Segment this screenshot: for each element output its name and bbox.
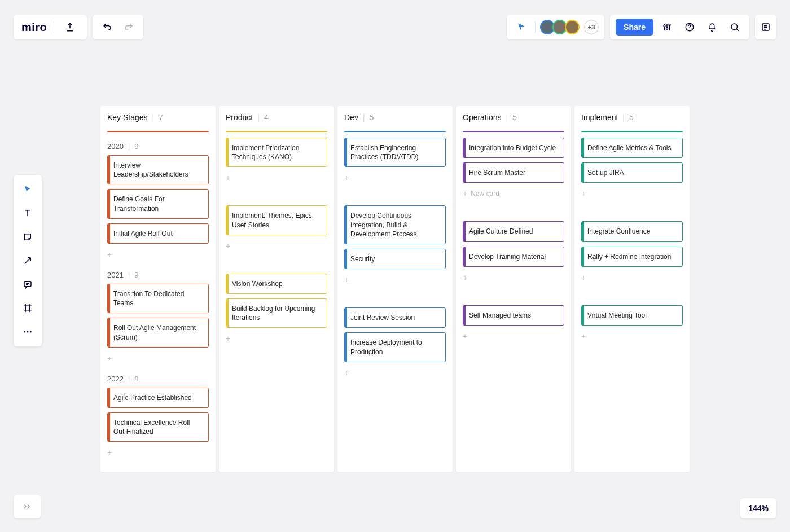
- row-count: 9: [134, 142, 138, 151]
- kanban-card[interactable]: Initial Agile Roll-Out: [107, 223, 209, 244]
- collapse-panel-icon[interactable]: [14, 495, 41, 518]
- kanban-card[interactable]: Develop Training Material: [463, 247, 564, 267]
- more-tools-icon[interactable]: [16, 322, 40, 342]
- kanban-card[interactable]: Develop Continuous Integration, Build & …: [344, 205, 446, 244]
- add-card-button[interactable]: +: [107, 352, 209, 364]
- kanban-card[interactable]: Define Agile Metrics & Tools: [581, 138, 683, 158]
- kanban-card[interactable]: Roll Out Agile Management (Scrum): [107, 318, 209, 347]
- notes-panel-toggle[interactable]: [755, 15, 776, 39]
- add-card-button[interactable]: +: [107, 248, 209, 261]
- kanban-card[interactable]: Set-up JIRA: [581, 162, 683, 183]
- column-header[interactable]: Key Stages|7: [107, 113, 209, 126]
- share-button[interactable]: Share: [616, 19, 653, 36]
- column-count: 5: [370, 113, 374, 122]
- add-card-button[interactable]: +: [581, 187, 683, 200]
- add-card-button[interactable]: +: [463, 271, 564, 284]
- plus-icon: +: [344, 369, 349, 377]
- svg-point-0: [664, 25, 665, 27]
- kanban-card[interactable]: Hire Scrum Master: [463, 162, 564, 183]
- bell-icon[interactable]: [703, 18, 721, 36]
- column-header[interactable]: Dev|5: [344, 113, 446, 126]
- add-card-button[interactable]: +: [107, 446, 209, 459]
- cursor-presence-icon[interactable]: [512, 18, 530, 36]
- more-users-badge[interactable]: +3: [584, 20, 599, 34]
- kanban-column: Key Stages|72020|9Interview Leadership/S…: [100, 106, 216, 472]
- brand-logo[interactable]: miro: [21, 21, 47, 34]
- kanban-card[interactable]: Technical Excellence Roll Out Finalized: [107, 412, 209, 442]
- column-count: 5: [629, 113, 634, 122]
- zoom-level[interactable]: 144%: [740, 498, 776, 518]
- svg-point-7: [24, 331, 25, 333]
- help-icon[interactable]: [681, 18, 699, 36]
- kanban-card[interactable]: Build Backlog for Upcoming Iterations: [226, 298, 327, 328]
- column-header[interactable]: Operations|5: [463, 113, 564, 126]
- kanban-card[interactable]: Self Managed teams: [463, 305, 564, 326]
- kanban-card[interactable]: Interview Leadership/Stakeholders: [107, 155, 209, 184]
- kanban-card[interactable]: Establish Engineering Practices (TDD/ATD…: [344, 138, 446, 167]
- redo-icon[interactable]: [120, 18, 138, 36]
- column-title: Operations: [463, 113, 501, 122]
- kanban-card[interactable]: Implement Priorization Techniques (KANO): [226, 138, 327, 167]
- kanban-card[interactable]: Vision Workshop: [226, 274, 327, 294]
- comment-tool-icon[interactable]: [16, 274, 40, 294]
- plus-icon: +: [107, 250, 112, 258]
- add-card-button[interactable]: +: [226, 240, 327, 252]
- plus-icon: +: [226, 174, 230, 182]
- sticky-note-tool-icon[interactable]: [16, 227, 40, 247]
- top-left-toolbar: miro: [14, 15, 143, 39]
- top-right-toolbar: +3 Share: [507, 15, 776, 39]
- kanban-card[interactable]: Define Goals For Transformation: [107, 189, 209, 218]
- add-card-button[interactable]: +New card: [463, 187, 564, 200]
- kanban-card[interactable]: Joint Review Session: [344, 307, 446, 328]
- plus-icon: +: [463, 190, 467, 197]
- column-underline: [463, 131, 564, 132]
- arrow-tool-icon[interactable]: [16, 250, 40, 271]
- add-card-button[interactable]: +: [344, 274, 446, 286]
- add-card-button[interactable]: +: [581, 271, 683, 284]
- column-title: Product: [226, 113, 253, 122]
- plus-icon: +: [107, 354, 112, 362]
- kanban-card[interactable]: Transition To Dedicated Teams: [107, 284, 209, 313]
- frame-tool-icon[interactable]: [16, 298, 40, 318]
- kanban-card[interactable]: Rally + Redmine Integration: [581, 247, 683, 267]
- plus-icon: +: [463, 274, 467, 282]
- undo-icon[interactable]: [98, 18, 116, 36]
- settings-icon[interactable]: [658, 18, 676, 36]
- add-card-button[interactable]: +: [226, 332, 327, 345]
- column-header[interactable]: Implement|5: [581, 113, 683, 126]
- kanban-card[interactable]: Implement: Themes, Epics, User Stories: [226, 205, 327, 235]
- kanban-card[interactable]: Security: [344, 249, 446, 269]
- column-count: 7: [159, 113, 163, 122]
- kanban-card[interactable]: Increase Deployment to Production: [344, 332, 446, 362]
- kanban-card[interactable]: Agile Culture Defined: [463, 221, 564, 241]
- column-title: Dev: [344, 113, 358, 122]
- plus-icon: +: [581, 190, 586, 197]
- divider: [535, 21, 536, 33]
- kanban-card[interactable]: Integrate Confluence: [581, 221, 683, 241]
- text-tool-icon[interactable]: [16, 203, 40, 223]
- avatar[interactable]: [565, 20, 580, 34]
- row-year: 2022: [107, 375, 124, 383]
- plus-icon: +: [463, 332, 467, 340]
- add-card-button[interactable]: +: [344, 172, 446, 184]
- add-card-button[interactable]: +: [581, 330, 683, 342]
- kanban-card[interactable]: Integration into Budget Cycle: [463, 138, 564, 158]
- add-card-button[interactable]: +: [344, 367, 446, 379]
- history-box: [93, 15, 143, 39]
- kanban-column: Product|4Implement Priorization Techniqu…: [219, 106, 334, 472]
- kanban-card[interactable]: Virtual Meeting Tool: [581, 305, 683, 326]
- column-header[interactable]: Product|4: [226, 113, 327, 126]
- svg-point-2: [669, 24, 670, 26]
- kanban-column: Operations|5Integration into Budget Cycl…: [456, 106, 571, 472]
- add-card-button[interactable]: +: [463, 330, 564, 342]
- column-underline: [226, 131, 327, 132]
- kanban-board: Key Stages|72020|9Interview Leadership/S…: [100, 106, 690, 472]
- column-title: Implement: [581, 113, 618, 122]
- export-icon[interactable]: [61, 18, 79, 36]
- select-tool-icon[interactable]: [16, 179, 40, 200]
- search-icon[interactable]: [726, 18, 744, 36]
- kanban-card[interactable]: Agile Practice Established: [107, 388, 209, 408]
- add-card-button[interactable]: +: [226, 172, 327, 184]
- svg-point-4: [731, 24, 738, 30]
- kanban-column: Dev|5Establish Engineering Practices (TD…: [337, 106, 453, 472]
